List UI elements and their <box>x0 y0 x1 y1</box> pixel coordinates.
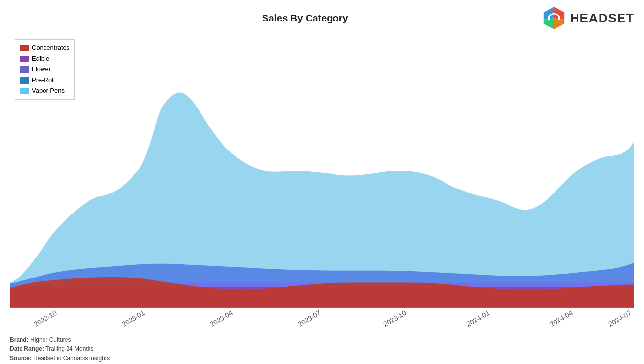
preroll-label: Pre-Roll <box>32 75 55 86</box>
legend-item-preroll: Pre-Roll <box>20 75 69 86</box>
headset-logo-icon <box>542 6 566 30</box>
chart-area: Concentrates Edible Flower Pre-Roll Vapo… <box>10 35 634 333</box>
date-range-label: Date Range: <box>10 345 44 352</box>
footer-source: Source: Headset.io Cannabis Insights <box>10 354 634 363</box>
source-value: Headset.io Cannabis Insights <box>33 355 110 362</box>
chart-title: Sales By Category <box>10 13 542 24</box>
preroll-swatch <box>20 77 29 84</box>
svg-text:2023-04: 2023-04 <box>208 308 234 328</box>
page-container: Sales By Category HEADSET Con <box>0 0 644 364</box>
edible-swatch <box>20 56 29 62</box>
header: Sales By Category HEADSET <box>0 0 644 30</box>
legend-item-flower: Flower <box>20 64 69 75</box>
date-range-value: Trailing 24 Months <box>45 345 93 352</box>
footer-info: Brand: Higher Cultures Date Range: Trail… <box>0 333 644 364</box>
svg-rect-2 <box>558 16 560 20</box>
footer-brand: Brand: Higher Cultures <box>10 335 634 344</box>
source-label: Source: <box>10 355 32 362</box>
svg-text:2024-01: 2024-01 <box>465 308 490 328</box>
flower-label: Flower <box>32 64 51 75</box>
brand-value: Higher Cultures <box>30 336 71 343</box>
legend-item-edible: Edible <box>20 53 69 64</box>
svg-text:2023-10: 2023-10 <box>382 308 407 328</box>
concentrates-swatch <box>20 45 29 51</box>
svg-text:2022-10: 2022-10 <box>32 308 58 328</box>
svg-text:2024-07: 2024-07 <box>607 308 632 328</box>
headset-logo-text: HEADSET <box>570 11 634 26</box>
chart-svg: 2022-10 2023-01 2023-04 2023-07 2023-10 … <box>10 35 634 333</box>
edible-label: Edible <box>32 53 49 64</box>
flower-swatch <box>20 66 29 73</box>
svg-text:2023-07: 2023-07 <box>296 308 322 328</box>
vaporpens-label: Vapor Pens <box>32 86 65 96</box>
legend: Concentrates Edible Flower Pre-Roll Vapo… <box>15 39 75 100</box>
logo-area: HEADSET <box>542 6 634 30</box>
brand-label: Brand: <box>10 336 29 343</box>
concentrates-label: Concentrates <box>32 43 69 53</box>
legend-item-vaporpens: Vapor Pens <box>20 86 69 96</box>
svg-rect-1 <box>548 16 550 20</box>
svg-text:2024-04: 2024-04 <box>548 308 574 328</box>
vaporpens-swatch <box>20 88 29 94</box>
legend-item-concentrates: Concentrates <box>20 43 69 53</box>
footer-date-range: Date Range: Trailing 24 Months <box>10 344 634 354</box>
svg-text:2023-01: 2023-01 <box>120 308 146 328</box>
